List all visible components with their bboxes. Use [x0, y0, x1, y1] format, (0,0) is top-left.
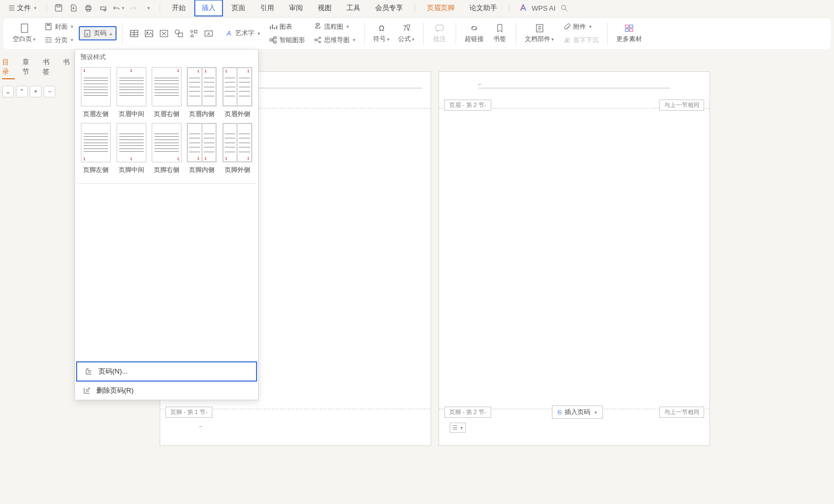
page-number-dialog-action[interactable]: # 页码(N)... — [76, 361, 257, 382]
delete-page-number-action[interactable]: 删除页码(R) — [75, 382, 258, 400]
tab-reference[interactable]: 引用 — [254, 1, 280, 15]
blank-page-label: 空白页 — [13, 35, 32, 44]
cursor-mark: ⌐ — [478, 81, 482, 87]
paperclip-icon — [563, 22, 571, 31]
page-2[interactable]: ⌐ 页眉 - 第 2 节- 与上一节相同 页脚 - 第 2 节- 与上一节相同 … — [439, 71, 710, 446]
svg-text:#: # — [87, 367, 89, 370]
bookmark-button[interactable]: 书签 — [489, 21, 510, 46]
tab-review[interactable]: 审阅 — [283, 1, 309, 15]
preset-footer-outside[interactable]: 11页脚外侧 — [222, 123, 253, 175]
preset-footer-left[interactable]: 1页脚左侧 — [80, 123, 111, 175]
hyperlink-button[interactable]: 超链接 — [461, 21, 487, 46]
textbox-button[interactable]: A — [202, 27, 215, 40]
search-button[interactable] — [558, 2, 571, 14]
redo-button[interactable] — [127, 2, 139, 14]
file-menu[interactable]: 文件 ▾ — [4, 1, 41, 15]
page-number-icon: # — [85, 367, 93, 376]
separator — [607, 22, 608, 45]
footer-tag: 页脚 - 第 1 节- — [166, 407, 212, 418]
svg-rect-8 — [21, 24, 28, 32]
comment-button[interactable]: 批注 — [429, 21, 450, 46]
chart-icon — [269, 22, 277, 31]
top-menu-bar: 文件 ▾ ▾ ▾ 开始 插入 页面 引用 审阅 视图 工具 会员专享 页眉页脚 … — [0, 0, 834, 16]
preset-header-left[interactable]: 1页眉左侧 — [80, 67, 111, 119]
svg-rect-37 — [625, 29, 629, 31]
separator — [77, 183, 256, 184]
undo-button[interactable]: ▾ — [112, 2, 125, 14]
mindmap-button[interactable]: 思维导图▾ — [310, 34, 359, 46]
preset-footer-inside[interactable]: 11页脚内侧 — [186, 123, 217, 175]
shape-button[interactable] — [172, 27, 185, 40]
break-button[interactable]: 分页▾ — [41, 34, 77, 46]
separator — [456, 22, 456, 45]
print-preview-icon — [99, 4, 108, 12]
smartart-icon — [269, 36, 277, 44]
tab-tools[interactable]: 工具 — [340, 1, 367, 15]
preset-footer-right[interactable]: 1页脚右侧 — [151, 123, 182, 175]
cover-label: 封面 — [55, 22, 68, 31]
preset-footer-center[interactable]: 1页脚中间 — [115, 123, 146, 175]
nav-tab-toc[interactable]: 目录 — [2, 57, 15, 79]
export-button[interactable] — [67, 2, 80, 14]
chart-button[interactable]: 图表 — [266, 21, 308, 33]
art-text-button[interactable]: A艺术字▾ — [221, 27, 263, 39]
preset-header-outside[interactable]: 11页眉外侧 — [222, 67, 253, 119]
svg-point-15 — [147, 31, 148, 33]
doc-part-button[interactable]: 文档部件▾ — [522, 21, 557, 46]
cover-button[interactable]: 封面▾ — [41, 21, 77, 33]
print-preview-button[interactable] — [97, 2, 110, 14]
svg-rect-0 — [55, 5, 62, 11]
flowchart-label: 流程图 — [324, 22, 343, 31]
attachment-button[interactable]: 附件▾ — [559, 21, 602, 33]
page-number-dropdown: 预设样式 1页眉左侧 1页眉中间 1页眉右侧 11页眉内侧 11页眉外侧 1页脚… — [75, 49, 259, 400]
print-button[interactable] — [82, 2, 95, 14]
preset-header-center[interactable]: 1页眉中间 — [115, 67, 146, 119]
preset-header-inside[interactable]: 11页眉内侧 — [186, 67, 217, 119]
icon-button[interactable] — [187, 27, 200, 40]
tab-thesis[interactable]: 论文助手 — [463, 1, 503, 15]
svg-rect-38 — [630, 29, 633, 31]
more-button[interactable]: 更多素材 — [613, 21, 645, 46]
flowchart-button[interactable]: 流程图▾ — [310, 21, 359, 33]
cover-icon — [44, 22, 53, 31]
preset-header-right[interactable]: 1页眉右侧 — [151, 67, 182, 119]
comment-label: 批注 — [433, 35, 446, 44]
svg-rect-36 — [630, 25, 633, 28]
drop-cap-button[interactable]: A首字下沉 — [559, 34, 602, 46]
blank-page-button[interactable]: 空白页▾ — [10, 21, 39, 46]
tab-insert[interactable]: 插入 — [194, 0, 223, 16]
add-button[interactable]: + — [30, 86, 42, 97]
tab-view[interactable]: 视图 — [311, 1, 338, 15]
screenshot-button[interactable] — [158, 27, 170, 40]
image-icon — [144, 28, 154, 39]
tab-header-footer[interactable]: 页眉页脚 — [420, 1, 461, 15]
more-quick-button[interactable]: ▾ — [142, 2, 154, 14]
svg-rect-27 — [316, 23, 319, 25]
save-button[interactable] — [52, 2, 65, 14]
wps-ai-button[interactable]: WPS AI — [519, 4, 556, 12]
svg-rect-20 — [194, 30, 197, 33]
chevron-down-icon: ▾ — [147, 5, 150, 11]
page-number-button[interactable]: # 页码▴ — [79, 26, 117, 40]
drop-cap-label: 首字下沉 — [573, 36, 599, 45]
collapse-down-button[interactable]: ⌄ — [2, 86, 14, 97]
image-button[interactable] — [143, 27, 155, 40]
formula-button[interactable]: 公式▾ — [395, 21, 418, 46]
tab-member[interactable]: 会员专享 — [369, 1, 409, 15]
symbol-button[interactable]: Ω符号▾ — [370, 21, 393, 46]
chevron-down-icon: ▾ — [258, 31, 260, 36]
smartart-button[interactable]: 智能图形 — [266, 34, 308, 46]
page-icon — [19, 23, 30, 34]
cursor-mark: ⌐ — [200, 424, 203, 429]
remove-button[interactable]: − — [44, 86, 55, 97]
collapse-up-button[interactable]: ⌃ — [16, 86, 28, 97]
nav-tab-more[interactable]: 书 — [63, 57, 70, 79]
insert-page-number-button[interactable]: ⎘ 插入页码 ▾ — [552, 406, 603, 419]
nav-tab-bookmark[interactable]: 书签 — [43, 57, 55, 79]
tab-page[interactable]: 页面 — [225, 1, 252, 15]
section-control[interactable]: ☰ ▾ — [450, 423, 466, 433]
nav-tab-chapter[interactable]: 章节 — [22, 57, 35, 79]
plus-icon: + — [34, 88, 37, 95]
tab-start[interactable]: 开始 — [166, 1, 192, 15]
table-button[interactable] — [128, 27, 141, 40]
